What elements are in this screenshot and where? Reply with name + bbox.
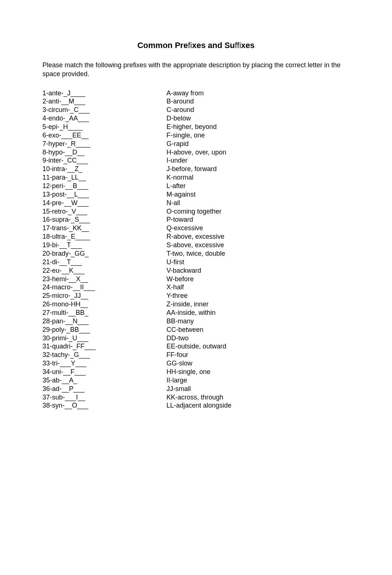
prefix-item: 12-peri-__B___ bbox=[42, 182, 166, 190]
prefix-item: 22-eu-__K___ bbox=[42, 266, 166, 275]
definition-item: Y-three bbox=[166, 292, 350, 300]
definition-item: D-below bbox=[166, 114, 350, 123]
definition-item: S-above, excessive bbox=[166, 241, 350, 249]
definition-item: W-before bbox=[166, 275, 350, 283]
title-part-1: Common Pre bbox=[137, 41, 188, 50]
prefix-item: 5-epi-_H____ bbox=[42, 123, 166, 131]
definition-item: F-single, one bbox=[166, 131, 350, 140]
prefix-item: 32-tachy-_G___ bbox=[42, 351, 166, 359]
definition-item: DD-two bbox=[166, 334, 350, 343]
content-columns: 1-ante-_J____2-anti-__M___3-circum-_C___… bbox=[42, 89, 350, 410]
prefix-item: 2-anti-__M___ bbox=[42, 97, 166, 106]
title-part-3: xes and Su bbox=[192, 41, 235, 50]
definition-item: E-higher, beyond bbox=[166, 123, 350, 131]
prefix-item: 4-endo-_AA___ bbox=[42, 114, 166, 123]
definition-item: C-around bbox=[166, 106, 350, 114]
title-part-5: xes bbox=[241, 41, 255, 50]
prefix-item: 9-inter-_CC___ bbox=[42, 156, 166, 165]
definition-item: M-against bbox=[166, 190, 350, 199]
definition-item: B-around bbox=[166, 97, 350, 106]
prefix-item: 26-mono-HH__ bbox=[42, 300, 166, 309]
definition-item: J-before, forward bbox=[166, 165, 350, 173]
prefix-item: 28-pan-__N___ bbox=[42, 317, 166, 326]
prefix-item: 14-pre-__W___ bbox=[42, 199, 166, 207]
prefix-item: 3-circum-_C___ bbox=[42, 106, 166, 114]
prefix-item: 11-para-_LL__ bbox=[42, 173, 166, 182]
prefix-item: 29-poly-_BB___ bbox=[42, 326, 166, 334]
prefix-item: 25-micro-_JJ__ bbox=[42, 292, 166, 300]
definition-item: AA-inside, within bbox=[166, 309, 350, 317]
definition-item: CC-between bbox=[166, 326, 350, 334]
definition-item: K-normal bbox=[166, 173, 350, 182]
prefix-item: 19-bi-__T___ bbox=[42, 241, 166, 249]
prefix-item: 30-primi-_U___ bbox=[42, 334, 166, 343]
definition-item: X-half bbox=[166, 283, 350, 292]
prefix-item: 13-post-__L___ bbox=[42, 190, 166, 199]
definition-item: V-backward bbox=[166, 266, 350, 275]
title-part-4: ffi bbox=[235, 41, 241, 50]
prefix-item: 27-multi-__BB_ bbox=[42, 309, 166, 317]
prefix-item: 33-tri-___Y___ bbox=[42, 359, 166, 368]
definition-item: P-toward bbox=[166, 215, 350, 224]
prefix-item: 31-quadri-_FF___ bbox=[42, 342, 166, 351]
definition-item: R-above, excessive bbox=[166, 232, 350, 241]
definition-item: FF-four bbox=[166, 351, 350, 359]
prefix-item: 37-sub-___I__ bbox=[42, 393, 166, 402]
definition-item: H-above, over, upon bbox=[166, 148, 350, 157]
prefix-item: 1-ante-_J____ bbox=[42, 89, 166, 98]
prefix-item: 20-brady-_GG_ bbox=[42, 249, 166, 258]
prefix-item: 23-hemi-__X__ bbox=[42, 275, 166, 283]
definition-item: BB-many bbox=[166, 317, 350, 326]
definition-item: JJ-small bbox=[166, 385, 350, 393]
title-part-2: fi bbox=[188, 41, 192, 50]
prefix-item: 16-supra-_S___ bbox=[42, 215, 166, 224]
definition-item: Q-excessive bbox=[166, 224, 350, 232]
definition-item: HH-single, one bbox=[166, 368, 350, 376]
prefix-item: 6-exo-___EE__ bbox=[42, 131, 166, 140]
definition-item: I-under bbox=[166, 156, 350, 165]
prefix-item: 10-intra-__Z_ bbox=[42, 165, 166, 173]
definition-item: GG-slow bbox=[166, 359, 350, 368]
definition-item: O-coming together bbox=[166, 207, 350, 216]
definition-item: II-large bbox=[166, 376, 350, 385]
instructions-text: Please match the following prefixes with… bbox=[42, 61, 350, 79]
prefix-item: 34-uni-__F___ bbox=[42, 368, 166, 376]
definition-item: G-rapid bbox=[166, 140, 350, 148]
prefix-item: 21-di-__T___ bbox=[42, 258, 166, 266]
definition-item: N-all bbox=[166, 199, 350, 207]
prefix-item: 38-syn-__O___ bbox=[42, 401, 166, 410]
prefix-column: 1-ante-_J____2-anti-__M___3-circum-_C___… bbox=[42, 89, 166, 410]
definition-column: A-away fromB-aroundC-aroundD-belowE-high… bbox=[166, 89, 350, 410]
definition-item: T-two, twice, double bbox=[166, 249, 350, 258]
prefix-item: 24-macro-__II___ bbox=[42, 283, 166, 292]
definition-item: KK-across, through bbox=[166, 393, 350, 402]
prefix-item: 7-hyper-_R____ bbox=[42, 140, 166, 148]
definition-item: LL-adjacent alongside bbox=[166, 401, 350, 410]
prefix-item: 8-hypo-__D__ bbox=[42, 148, 166, 157]
prefix-item: 35-ab-__A_ bbox=[42, 376, 166, 385]
definition-item: EE-outside, outward bbox=[166, 342, 350, 351]
prefix-item: 18-ultra-_E____ bbox=[42, 232, 166, 241]
definition-item: L-after bbox=[166, 182, 350, 190]
prefix-item: 36-ad-__P___ bbox=[42, 385, 166, 393]
definition-item: Z-inside, inner bbox=[166, 300, 350, 309]
definition-item: U-first bbox=[166, 258, 350, 266]
prefix-item: 15-retro-_V___ bbox=[42, 207, 166, 216]
definition-item: A-away from bbox=[166, 89, 350, 98]
prefix-item: 17-trans-_KK__ bbox=[42, 224, 166, 232]
page-title: Common Prefixes and Suffixes bbox=[42, 41, 350, 50]
